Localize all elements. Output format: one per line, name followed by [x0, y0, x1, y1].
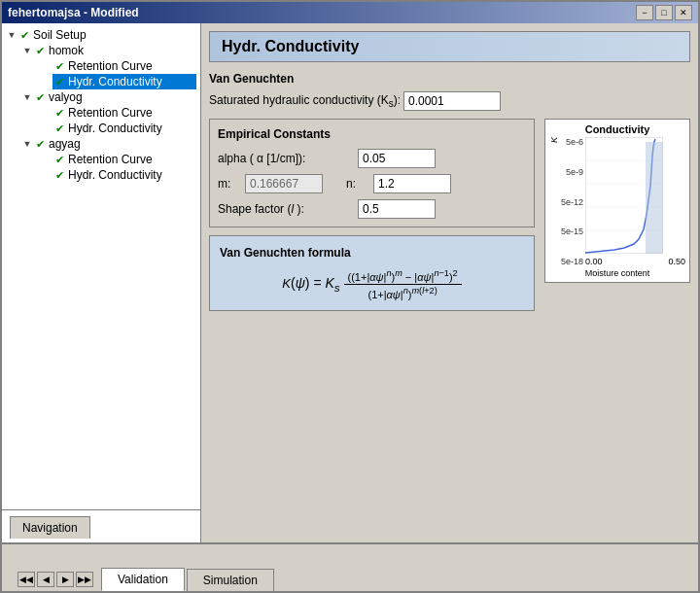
agyag-retention-label: Retention Curve — [68, 153, 153, 166]
check-icon-valyog-ret: ✔ — [52, 106, 66, 120]
formula-math: K(ψ) = Ks ((1+|αψ|n)m − |αψ|n−1)2 (1+|αψ… — [282, 267, 461, 300]
agyag-label: agyag — [49, 137, 81, 151]
n-input[interactable] — [373, 174, 451, 193]
saturated-value-input[interactable] — [403, 91, 501, 111]
check-icon-agyag: ✔ — [33, 137, 47, 151]
nav-first-button[interactable]: ◀◀ — [18, 572, 35, 587]
tree-item-valyog[interactable]: ▼ ✔ valyog — [21, 89, 196, 105]
chart-plot-area: 0.00 0.50 — [585, 137, 685, 266]
navigation-tab[interactable]: Navigation — [10, 516, 90, 539]
svg-rect-5 — [646, 142, 663, 254]
main-content: ▼ ✔ Soil Setup ▼ ✔ homok ✔ Retention Cur… — [2, 23, 698, 542]
check-icon-homok-cond: ✔ — [52, 75, 66, 88]
nav-prev-button[interactable]: ◀ — [37, 572, 54, 587]
saturated-conductivity-row: Saturated hydraulic conductivity (Ks): — [209, 91, 690, 111]
valyog-conductivity-label: Hydr. Conductivity — [68, 122, 162, 135]
left-content: Empirical Constants alpha ( α [1/cm]): m… — [209, 119, 535, 319]
panel-header: Hydr. Conductivity — [209, 31, 690, 62]
alpha-input[interactable] — [358, 149, 436, 168]
chart-title: Conductivity — [549, 123, 685, 135]
panel-header-text: Hydr. Conductivity — [222, 38, 359, 54]
homok-retention-label: Retention Curve — [68, 59, 153, 73]
check-icon-valyog: ✔ — [33, 90, 47, 104]
x-label-1: 0.50 — [668, 257, 685, 266]
window-controls: − □ ✕ — [636, 5, 692, 20]
formula-content: K(ψ) = Ks ((1+|αψ|n)m − |αψ|n−1)2 (1+|αψ… — [220, 267, 524, 300]
chart-x-axis-label: Moisture content — [549, 268, 685, 278]
homok-conductivity-label: Hydr. Conductivity — [68, 75, 162, 88]
check-icon-agyag-ret: ✔ — [52, 153, 66, 166]
empirical-title: Empirical Constants — [218, 127, 526, 141]
check-icon-valyog-cond: ✔ — [52, 122, 66, 135]
y-label-1: 5e-9 — [561, 167, 583, 177]
check-icon-homok-ret: ✔ — [52, 59, 66, 73]
tree-item-agyag[interactable]: ▼ ✔ agyag — [21, 136, 196, 152]
mn-row: m: n: — [218, 174, 526, 193]
tree-item-agyag-conductivity[interactable]: ✔ Hydr. Conductivity — [52, 167, 196, 183]
chart-y-axis-label: K — [549, 137, 559, 143]
check-icon: ✔ — [18, 28, 31, 42]
chart-y-labels: 5e-6 5e-9 5e-12 5e-15 5e-18 — [561, 137, 583, 266]
tree-item-valyog-retention[interactable]: ✔ Retention Curve — [52, 105, 196, 121]
check-icon-agyag-cond: ✔ — [52, 168, 66, 182]
main-window: fehertomajsa - Modified − □ ✕ ▼ ✔ Soil S… — [0, 0, 700, 593]
tree-item-agyag-retention[interactable]: ✔ Retention Curve — [52, 152, 196, 167]
tree-item-homok-conductivity[interactable]: ✔ Hydr. Conductivity — [52, 74, 196, 89]
shape-label: Shape factor (l ): — [218, 202, 354, 216]
tree-item-soil-setup[interactable]: ▼ ✔ Soil Setup — [6, 27, 196, 43]
check-icon-homok: ✔ — [33, 44, 47, 57]
saturated-label: Saturated hydraulic conductivity (Ks): — [209, 93, 403, 109]
valyog-label: valyog — [49, 90, 83, 104]
tab-validation[interactable]: Validation — [101, 568, 185, 591]
minimize-button[interactable]: − — [636, 5, 653, 20]
m-input[interactable] — [245, 174, 323, 193]
y-label-2: 5e-12 — [561, 197, 583, 207]
tab-simulation[interactable]: Simulation — [187, 569, 274, 591]
n-label: n: — [346, 177, 366, 191]
alpha-label: alpha ( α [1/cm]): — [218, 152, 354, 165]
tree-item-valyog-conductivity[interactable]: ✔ Hydr. Conductivity — [52, 121, 196, 136]
alpha-row: alpha ( α [1/cm]): — [218, 149, 526, 168]
expand-icon: ▼ — [6, 29, 18, 41]
right-panel: Hydr. Conductivity Van Genuchten Saturat… — [201, 23, 698, 542]
valyog-retention-label: Retention Curve — [68, 106, 153, 120]
y-label-3: 5e-15 — [561, 227, 583, 236]
content-with-chart: Empirical Constants alpha ( α [1/cm]): m… — [209, 119, 690, 319]
agyag-conductivity-label: Hydr. Conductivity — [68, 168, 162, 182]
tree-view: ▼ ✔ Soil Setup ▼ ✔ homok ✔ Retention Cur… — [2, 23, 200, 509]
maximize-button[interactable]: □ — [655, 5, 673, 20]
y-label-0: 5e-6 — [561, 137, 583, 147]
close-button[interactable]: ✕ — [675, 5, 692, 20]
empirical-box: Empirical Constants alpha ( α [1/cm]): m… — [209, 119, 535, 227]
y-label-4: 5e-18 — [561, 257, 583, 266]
m-label: m: — [218, 177, 237, 191]
tree-item-homok-retention[interactable]: ✔ Retention Curve — [52, 58, 196, 74]
shape-input[interactable] — [358, 199, 436, 219]
soil-setup-label: Soil Setup — [33, 28, 87, 42]
x-label-0: 0.00 — [585, 257, 603, 266]
expand-icon-agyag: ▼ — [21, 138, 33, 150]
homok-label: homok — [49, 44, 84, 57]
expand-icon-homok: ▼ — [21, 45, 33, 56]
title-bar: fehertomajsa - Modified − □ ✕ — [2, 2, 698, 23]
bottom-bar: ◀◀ ◀ ▶ ▶▶ Validation Simulation — [2, 542, 698, 591]
nav-last-button[interactable]: ▶▶ — [76, 572, 93, 587]
shape-row: Shape factor (l ): — [218, 199, 526, 219]
nav-next-button[interactable]: ▶ — [56, 572, 74, 587]
left-panel: ▼ ✔ Soil Setup ▼ ✔ homok ✔ Retention Cur… — [2, 23, 201, 542]
chart-svg — [585, 137, 663, 254]
window-title: fehertomajsa - Modified — [8, 6, 139, 19]
chart-x-labels: 0.00 0.50 — [585, 257, 685, 266]
van-genuchten-label: Van Genuchten — [209, 72, 690, 86]
formula-box: Van Genuchten formula K(ψ) = Ks ((1+|αψ|… — [209, 235, 535, 311]
expand-icon-valyog: ▼ — [21, 91, 33, 103]
formula-title: Van Genuchten formula — [220, 246, 524, 260]
tree-item-homok[interactable]: ▼ ✔ homok — [21, 43, 196, 58]
nav-controls: ◀◀ ◀ ▶ ▶▶ — [10, 568, 101, 591]
conductivity-chart: Conductivity K 5e-6 5e-9 5e-12 5e-15 5e-… — [544, 119, 690, 283]
